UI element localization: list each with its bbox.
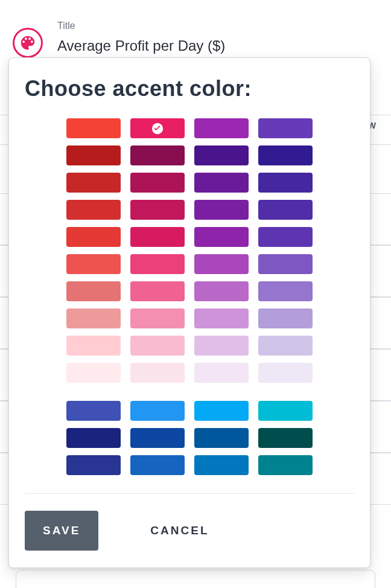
- color-swatch[interactable]: [194, 363, 249, 383]
- color-swatch[interactable]: [66, 281, 121, 301]
- color-swatch[interactable]: [66, 254, 121, 274]
- color-swatch[interactable]: [258, 227, 313, 247]
- color-swatch[interactable]: [66, 428, 121, 448]
- color-swatch[interactable]: [66, 308, 121, 328]
- color-swatch[interactable]: [130, 401, 185, 421]
- color-swatch[interactable]: [130, 428, 185, 448]
- color-swatch[interactable]: [194, 145, 249, 165]
- color-swatch[interactable]: [66, 173, 121, 193]
- check-icon: [151, 122, 164, 135]
- color-swatch[interactable]: [194, 281, 249, 301]
- color-swatch[interactable]: [66, 118, 121, 138]
- color-swatch[interactable]: [66, 200, 121, 220]
- color-swatch[interactable]: [130, 173, 185, 193]
- color-swatch[interactable]: [258, 254, 313, 274]
- color-swatch[interactable]: [258, 145, 313, 165]
- color-swatch[interactable]: [258, 401, 313, 421]
- dialog-title: Choose accent color:: [25, 76, 354, 101]
- color-swatch[interactable]: [258, 118, 313, 138]
- accent-color-dialog: Choose accent color: SAVE CANCEL: [8, 57, 370, 568]
- color-swatch[interactable]: [258, 200, 313, 220]
- color-swatch[interactable]: [130, 363, 185, 383]
- cancel-button[interactable]: CANCEL: [132, 511, 227, 551]
- title-field: Title Average Profit per Day ($): [13, 17, 379, 58]
- color-swatch[interactable]: [130, 200, 185, 220]
- color-swatch[interactable]: [258, 428, 313, 448]
- palette-section-blues-teals: [66, 401, 313, 475]
- color-swatch[interactable]: [194, 173, 249, 193]
- color-swatch[interactable]: [66, 145, 121, 165]
- color-swatch[interactable]: [66, 336, 121, 356]
- color-swatch[interactable]: [130, 455, 185, 475]
- color-swatch[interactable]: [194, 254, 249, 274]
- color-swatch[interactable]: [130, 227, 185, 247]
- color-swatch[interactable]: [194, 200, 249, 220]
- color-swatch[interactable]: [130, 118, 185, 138]
- color-swatch[interactable]: [258, 336, 313, 356]
- color-swatch[interactable]: [194, 308, 249, 328]
- save-button[interactable]: SAVE: [25, 511, 98, 551]
- color-swatch[interactable]: [258, 363, 313, 383]
- color-swatch[interactable]: [130, 254, 185, 274]
- color-swatch[interactable]: [130, 145, 185, 165]
- color-swatch[interactable]: [66, 401, 121, 421]
- color-swatch[interactable]: [194, 401, 249, 421]
- color-palette: [25, 118, 354, 475]
- color-swatch[interactable]: [66, 363, 121, 383]
- color-swatch[interactable]: [258, 308, 313, 328]
- color-swatch[interactable]: [258, 455, 313, 475]
- color-swatch[interactable]: [258, 281, 313, 301]
- title-value[interactable]: Average Profit per Day ($): [57, 37, 225, 54]
- color-swatch[interactable]: [66, 227, 121, 247]
- title-label: Title: [57, 21, 225, 31]
- color-swatch[interactable]: [130, 336, 185, 356]
- color-swatch[interactable]: [130, 281, 185, 301]
- palette-svg: [19, 34, 37, 52]
- color-swatch[interactable]: [194, 455, 249, 475]
- dialog-actions: SAVE CANCEL: [25, 511, 354, 551]
- color-swatch[interactable]: [66, 455, 121, 475]
- content-card: [16, 570, 375, 588]
- color-swatch[interactable]: [194, 428, 249, 448]
- color-swatch[interactable]: [130, 308, 185, 328]
- palette-section-reds-purples: [66, 118, 313, 383]
- palette-icon[interactable]: [13, 28, 43, 58]
- divider: [25, 493, 354, 494]
- color-swatch[interactable]: [258, 173, 313, 193]
- color-swatch[interactable]: [194, 227, 249, 247]
- color-swatch[interactable]: [194, 336, 249, 356]
- color-swatch[interactable]: [194, 118, 249, 138]
